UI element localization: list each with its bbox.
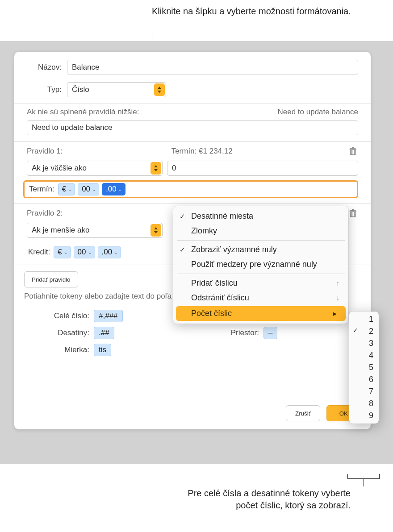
callout-bracket (347, 474, 380, 486)
chevron-down-icon: ⌵ (68, 187, 71, 192)
type-select-value: Číslo (72, 85, 89, 94)
submenu-item-1[interactable]: 1 (349, 313, 379, 325)
rule2-condition-value: Ak je menšie ako (32, 226, 89, 235)
check-icon: ✓ (180, 246, 185, 254)
rule2-condition-select[interactable]: Ak je menšie ako (27, 223, 163, 238)
arrow-down-icon: ↓ (336, 294, 339, 302)
integer-token-label: Celé číslo: (27, 312, 94, 320)
rule2-title: Pravidlo 2: (27, 209, 63, 218)
rule1-integer-token[interactable]: 00⌵ (78, 183, 99, 195)
divider (14, 104, 371, 104)
default-rule-label: Ak nie sú splnené pravidlá nižšie: (27, 108, 139, 116)
name-input[interactable] (67, 60, 358, 75)
menu-item-space-sig-zeros[interactable]: Použiť medzery pre významné nuly (173, 257, 348, 272)
divider (14, 141, 371, 142)
scale-token-label: Mierka: (27, 345, 94, 354)
type-label: Typ: (27, 85, 62, 94)
menu-item-show-sig-zeros[interactable]: ✓ Zobraziť významné nuly (173, 242, 348, 257)
decimal-token-label: Desatiny: (27, 328, 94, 337)
type-select[interactable]: Číslo (67, 82, 166, 97)
chevron-down-icon: ⌵ (119, 187, 121, 192)
rule1-condition-value: Ak je väčšie ako (32, 164, 87, 173)
rule2-decimal-token[interactable]: ,00⌵ (98, 246, 121, 258)
submenu-item-5[interactable]: 5 (349, 362, 379, 374)
submenu-item-6[interactable]: 6 (349, 374, 379, 386)
stepper-icon (151, 162, 161, 175)
menu-item-digit-count[interactable]: Počet číslic ▸ (176, 306, 346, 321)
rule1-condition-number[interactable] (167, 161, 358, 176)
check-icon: ✓ (180, 212, 185, 220)
format-options-menu[interactable]: ✓ Desatinné miesta Zlomky ✓ Zobraziť výz… (173, 206, 348, 324)
rule2-integer-token[interactable]: 00⌵ (74, 246, 95, 258)
submenu-item-4[interactable]: 4 (349, 349, 379, 362)
submenu-item-3[interactable]: 3 (349, 337, 379, 349)
chevron-down-icon: ⌵ (88, 250, 91, 255)
menu-divider (177, 274, 345, 274)
rule2-currency-token[interactable]: €⌵ (54, 246, 71, 258)
integer-token[interactable]: #,### (94, 310, 123, 322)
annotation-top: Kliknite na šípku a vyberte možnosti for… (152, 5, 351, 17)
default-rule-preview: Need to update balance (277, 108, 358, 116)
menu-item-add-digit[interactable]: Pridať číslicu ↑ (173, 276, 348, 291)
rule1-currency-token[interactable]: €⌵ (58, 183, 75, 195)
arrow-up-icon: ↑ (336, 279, 339, 287)
space-token-label: Priestor: (147, 328, 263, 337)
stepper-icon (151, 224, 161, 237)
submenu-item-9[interactable]: 9 (349, 410, 379, 422)
menu-item-decimals[interactable]: ✓ Desatinné miesta (173, 209, 348, 224)
chevron-down-icon: ⌵ (114, 250, 117, 255)
rule1-token-label: Termín: (29, 185, 54, 194)
menu-item-remove-digit[interactable]: Odstrániť číslicu ↓ (173, 291, 348, 305)
cancel-button[interactable]: Zrušiť (286, 405, 320, 421)
rule1-token-strip[interactable]: Termín: €⌵ 00⌵ ,00⌵ (23, 180, 358, 198)
decimal-token[interactable]: .## (94, 327, 114, 339)
rule1-decimal-token[interactable]: ,00⌵ (102, 183, 125, 195)
space-token[interactable]: – (263, 327, 277, 339)
menu-item-fractions[interactable]: Zlomky (173, 224, 348, 238)
add-rule-button[interactable]: Pridať pravidlo (24, 271, 78, 287)
chevron-right-icon: ▸ (333, 309, 337, 318)
trash-icon[interactable]: 🗑 (348, 145, 358, 157)
submenu-item-2[interactable]: ✓2 (349, 325, 379, 337)
default-rule-input[interactable] (27, 120, 358, 135)
chevron-down-icon: ⌵ (64, 250, 67, 255)
stepper-icon (154, 83, 165, 96)
submenu-item-7[interactable]: 7 (349, 386, 379, 398)
scale-token[interactable]: tis (94, 344, 111, 356)
divider (14, 204, 371, 204)
check-icon: ✓ (353, 327, 358, 334)
trash-icon[interactable]: 🗑 (348, 208, 358, 219)
name-label: Názov: (27, 63, 62, 72)
rule1-preview: Termín: €1 234,12 (171, 147, 233, 156)
rule1-title: Pravidlo 1: (27, 147, 63, 156)
annotation-bottom: Pre celé čísla a desatinné tokeny vybert… (185, 487, 351, 511)
chevron-down-icon: ⌵ (92, 187, 95, 192)
rule1-condition-select[interactable]: Ak je väčšie ako (27, 161, 163, 176)
menu-divider (177, 240, 345, 241)
digit-count-submenu[interactable]: 1 ✓2 3 4 5 6 7 8 9 (349, 312, 379, 424)
rule2-token-label: Kredit: (28, 248, 50, 257)
submenu-item-8[interactable]: 8 (349, 398, 379, 410)
